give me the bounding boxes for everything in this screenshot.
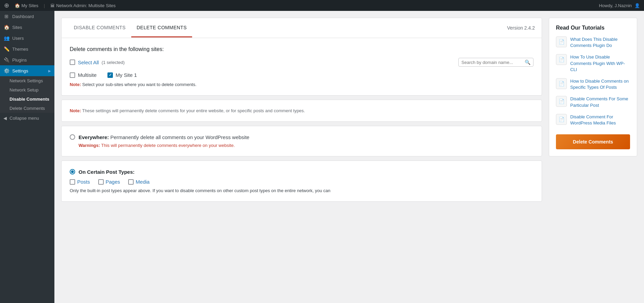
tab-disable-comments[interactable]: DISABLE COMMENTS xyxy=(68,19,131,37)
post-types-note: Only the built-in post types appear abov… xyxy=(70,188,533,193)
site-item-my-site-1: My Site 1 xyxy=(107,72,137,78)
tutorial-icon-2: 📄 xyxy=(556,78,567,89)
my-sites-link[interactable]: 🏠 My Sites xyxy=(15,3,38,8)
site-item-multisite: Multisite xyxy=(70,72,97,78)
tutorial-item-0[interactable]: 📄 What Does This Disable Comments Plugin… xyxy=(556,36,630,49)
tutorial-item-1[interactable]: 📄 How To Use Disable Comments Plugin Wit… xyxy=(556,54,630,73)
top-bar-left: ⊕ 🏠 My Sites | 🏛 Network Admin: Multisit… xyxy=(4,2,116,9)
pages-label: Pages xyxy=(106,179,120,185)
my-site-1-checkbox[interactable] xyxy=(107,72,113,78)
sites-icon: 🏠 xyxy=(3,24,10,30)
multisite-label: Multisite xyxy=(78,72,97,78)
my-site-1-label: My Site 1 xyxy=(116,72,137,78)
everywhere-radio[interactable] xyxy=(70,134,75,140)
warning-note-label: Note: xyxy=(70,108,81,113)
tutorial-item-3[interactable]: 📄 Disable Comments For Some Particular P… xyxy=(556,96,630,108)
sidebar-item-disable-comments[interactable]: Disable Comments xyxy=(0,95,54,104)
post-types-label: On Certain Post Types: xyxy=(79,169,135,175)
collapse-menu-button[interactable]: ◀ Collapse menu xyxy=(0,113,54,123)
posts-checkbox[interactable] xyxy=(70,179,75,185)
domain-search-box[interactable]: 🔍 xyxy=(458,58,533,67)
sidebar-item-sites[interactable]: 🏠 Sites xyxy=(0,22,54,33)
wp-logo-icon[interactable]: ⊕ xyxy=(4,2,9,9)
warning-note-card: Note: These settings will permanently de… xyxy=(61,100,542,122)
sidebar-item-network-settings[interactable]: Network Settings xyxy=(0,76,54,85)
sidebar-item-dashboard[interactable]: ⊞ Dashboard xyxy=(0,11,54,22)
media-checkbox[interactable] xyxy=(128,179,134,185)
tutorial-icon-3: 📄 xyxy=(556,96,567,107)
sites-section-card: Delete comments in the following sites: … xyxy=(61,38,542,96)
separator: | xyxy=(44,3,45,8)
sidebar-submenu-label: Network Settings xyxy=(10,78,51,83)
sidebar-submenu-label: Network Setup xyxy=(10,87,51,92)
version-label: Version 2.4.2 xyxy=(507,25,535,31)
search-input[interactable] xyxy=(461,60,523,65)
tutorial-text-2: How to Disable Comments on Specific Type… xyxy=(570,78,630,90)
tutorials-title: Read Our Tutorials xyxy=(556,25,630,31)
collapse-label: Collapse menu xyxy=(10,116,39,121)
sites-note: Note: Select your sub-sites where you wa… xyxy=(70,82,533,87)
sidebar: ⊞ Dashboard 🏠 Sites 👥 Users ✏️ Themes 🔌 … xyxy=(0,11,54,303)
sidebar-item-delete-comments[interactable]: Delete Comments xyxy=(0,104,54,113)
pages-checkbox[interactable] xyxy=(98,179,104,185)
sidebar-submenu-label: Disable Comments xyxy=(10,97,51,102)
submit-button[interactable]: Delete Comments xyxy=(556,134,630,149)
note-text: Select your sub-sites where you want to … xyxy=(82,82,197,87)
sidebar-item-themes[interactable]: ✏️ Themes xyxy=(0,44,54,54)
sidebar-item-label: Themes xyxy=(12,47,51,52)
top-bar-right: Howdy, J.Naznin 👤 xyxy=(599,3,640,8)
my-sites-label: My Sites xyxy=(21,3,38,8)
sidebar-item-settings[interactable]: ⚙️ Settings ▶ xyxy=(0,65,54,76)
sidebar-item-label: Plugins xyxy=(12,57,51,63)
warning-note: Note: These settings will permanently de… xyxy=(70,108,533,113)
tutorial-text-4: Disable Comment For WordPress Media File… xyxy=(570,114,630,126)
tutorial-item-2[interactable]: 📄 How to Disable Comments on Specific Ty… xyxy=(556,78,630,90)
network-admin-label: Network Admin: Multisite Sites xyxy=(56,3,116,8)
network-admin-link[interactable]: 🏛 Network Admin: Multisite Sites xyxy=(50,3,116,8)
everywhere-label: Everywhere: Permanently delete all comme… xyxy=(79,134,249,140)
post-type-pages: Pages xyxy=(98,179,120,185)
home-icon: 🏠 xyxy=(15,3,20,8)
tab-delete-comments[interactable]: DELETE COMMENTS xyxy=(131,19,192,37)
dashboard-icon: ⊞ xyxy=(3,14,10,19)
sidebar-item-users[interactable]: 👥 Users xyxy=(0,33,54,44)
sidebar-item-label: Sites xyxy=(12,25,51,30)
tutorial-icon-4: 📄 xyxy=(556,114,567,125)
top-bar: ⊕ 🏠 My Sites | 🏛 Network Admin: Multisit… xyxy=(0,0,644,11)
select-all-row: Select All (1 selected) xyxy=(70,60,125,65)
post-types-option-row: On Certain Post Types: xyxy=(70,169,533,175)
post-types-radio[interactable] xyxy=(70,169,75,174)
sidebar-submenu-label: Delete Comments xyxy=(10,106,51,111)
sidebar-submenu: Network Settings Network Setup Disable C… xyxy=(0,76,54,113)
sites-section-title: Delete comments in the following sites: xyxy=(70,46,533,52)
chevron-right-icon: ▶ xyxy=(48,69,51,73)
select-all-label[interactable]: Select All xyxy=(78,60,99,65)
tutorial-text-0: What Does This Disable Comments Plugin D… xyxy=(570,36,630,49)
sites-controls: Select All (1 selected) 🔍 xyxy=(70,58,533,67)
search-icon: 🔍 xyxy=(525,60,530,65)
post-types-row: Posts Pages Media xyxy=(70,179,533,185)
everywhere-option-row: Everywhere: Permanently delete all comme… xyxy=(70,134,533,140)
avatar[interactable]: 👤 xyxy=(634,3,640,8)
users-icon: 👥 xyxy=(3,35,10,41)
everywhere-card: Everywhere: Permanently delete all comme… xyxy=(61,126,542,156)
everywhere-warning: Warnings: This will permanently delete c… xyxy=(79,143,533,148)
select-all-checkbox[interactable] xyxy=(70,60,75,65)
collapse-icon: ◀ xyxy=(3,116,7,121)
themes-icon: ✏️ xyxy=(3,46,10,52)
plugins-icon: 🔌 xyxy=(3,57,10,63)
right-sidebar: Read Our Tutorials 📄 What Does This Disa… xyxy=(549,18,637,296)
media-label: Media xyxy=(136,179,150,185)
sidebar-item-network-setup[interactable]: Network Setup xyxy=(0,85,54,95)
tutorial-item-4[interactable]: 📄 Disable Comment For WordPress Media Fi… xyxy=(556,114,630,126)
sidebar-item-plugins[interactable]: 🔌 Plugins xyxy=(0,54,54,65)
tutorials-card: Read Our Tutorials 📄 What Does This Disa… xyxy=(549,18,637,156)
sidebar-item-label: Dashboard xyxy=(12,14,51,19)
tutorial-icon-0: 📄 xyxy=(556,36,567,47)
post-types-card: On Certain Post Types: Posts Pages Media xyxy=(61,161,542,202)
posts-label: Posts xyxy=(77,179,90,185)
sidebar-item-label: Users xyxy=(12,36,51,41)
multisite-checkbox[interactable] xyxy=(70,72,75,78)
tab-bar: DISABLE COMMENTS DELETE COMMENTS Version… xyxy=(61,18,542,38)
content-area: DISABLE COMMENTS DELETE COMMENTS Version… xyxy=(61,18,542,296)
